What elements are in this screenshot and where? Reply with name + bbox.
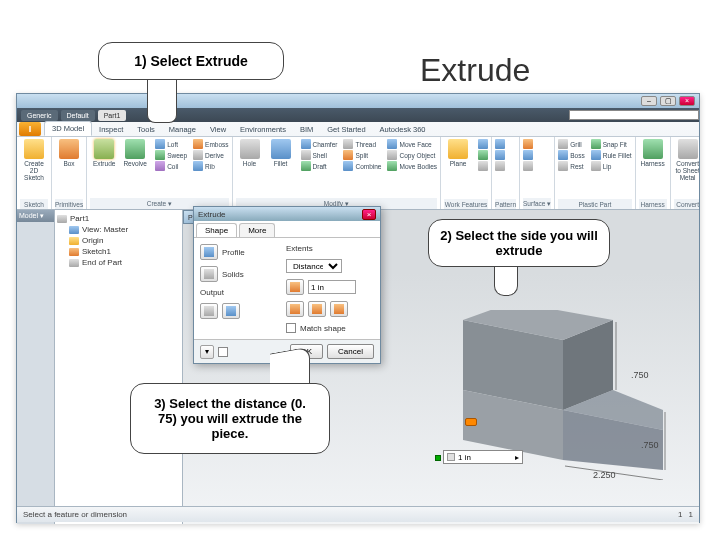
profile-select-button[interactable] bbox=[200, 244, 218, 260]
quick-pill-default[interactable]: Default bbox=[61, 110, 95, 121]
extrude-dialog: Extrude × Shape More Profile Solids Outp… bbox=[193, 206, 381, 364]
tab-bim[interactable]: BIM bbox=[293, 123, 320, 136]
ribbon-tabs: I 3D Model Inspect Tools Manage View Env… bbox=[17, 122, 699, 136]
emboss-button[interactable]: Emboss bbox=[193, 139, 228, 149]
stitch-button[interactable] bbox=[523, 139, 551, 149]
thread-button[interactable]: Thread bbox=[343, 139, 381, 149]
direction-gizmo-icon[interactable] bbox=[465, 418, 481, 430]
dialog-close-button[interactable]: × bbox=[362, 209, 376, 220]
model-panel-header[interactable]: Model ▾ bbox=[17, 210, 54, 222]
rect-pattern-button[interactable] bbox=[495, 139, 516, 149]
extents-label: Extents bbox=[286, 244, 374, 253]
direction-asym-button[interactable] bbox=[330, 301, 348, 317]
output-solid-button[interactable] bbox=[200, 303, 218, 319]
rest-button[interactable]: Rest bbox=[558, 161, 584, 171]
tab-environments[interactable]: Environments bbox=[233, 123, 293, 136]
distance-input[interactable] bbox=[308, 280, 356, 294]
copy-object-button[interactable]: Copy Object bbox=[387, 150, 437, 160]
tree-view-master[interactable]: View: Master bbox=[57, 224, 180, 235]
box-button[interactable]: Box bbox=[55, 139, 83, 167]
ribbon-group-pattern: Pattern bbox=[492, 137, 520, 209]
tree-origin[interactable]: Origin bbox=[57, 235, 180, 246]
window-maximize-button[interactable]: ▢ bbox=[660, 96, 676, 106]
direction-2-button[interactable] bbox=[286, 301, 304, 317]
rule-fillet-button[interactable]: Rule Fillet bbox=[591, 150, 632, 160]
tree-root[interactable]: Part1 bbox=[57, 213, 180, 224]
mirror-button[interactable] bbox=[495, 161, 516, 171]
tab-inspect[interactable]: Inspect bbox=[92, 123, 130, 136]
tree-end-of-part[interactable]: End of Part bbox=[57, 257, 180, 268]
box-icon bbox=[59, 139, 79, 159]
create-2d-sketch-button[interactable]: Create 2D Sketch bbox=[20, 139, 48, 181]
convert-sheet-metal-button[interactable]: Convert to Sheet Metal bbox=[674, 139, 699, 181]
direction-sym-button[interactable] bbox=[308, 301, 326, 317]
snap-fit-button[interactable]: Snap Fit bbox=[591, 139, 632, 149]
output-surface-button[interactable] bbox=[222, 303, 240, 319]
derive-icon bbox=[193, 150, 203, 160]
ribbon-group-surface: Surface ▾ bbox=[520, 137, 555, 209]
tab-manage[interactable]: Manage bbox=[162, 123, 203, 136]
revolve-button[interactable]: Revolve bbox=[121, 139, 149, 171]
ucs-button[interactable] bbox=[478, 161, 488, 171]
tab-autodesk-360[interactable]: Autodesk 360 bbox=[373, 123, 433, 136]
inline-distance-input[interactable]: 1 in ▸ bbox=[443, 450, 523, 464]
point-button[interactable] bbox=[478, 150, 488, 160]
grill-button[interactable]: Grill bbox=[558, 139, 584, 149]
circ-pattern-button[interactable] bbox=[495, 150, 516, 160]
chamfer-button[interactable]: Chamfer bbox=[301, 139, 338, 149]
tab-view[interactable]: View bbox=[203, 123, 233, 136]
sculpt-button[interactable] bbox=[523, 161, 551, 171]
split-button[interactable]: Split bbox=[343, 150, 381, 160]
dialog-preview-checkbox[interactable] bbox=[218, 347, 228, 357]
fillet-button[interactable]: Fillet bbox=[267, 139, 295, 171]
coil-button[interactable]: Coil bbox=[155, 161, 187, 171]
cancel-button[interactable]: Cancel bbox=[327, 344, 374, 359]
drag-handle[interactable] bbox=[435, 455, 441, 461]
sweep-button[interactable]: Sweep bbox=[155, 150, 187, 160]
tab-get-started[interactable]: Get Started bbox=[320, 123, 372, 136]
tab-3d-model[interactable]: 3D Model bbox=[44, 121, 92, 136]
window-close-button[interactable]: × bbox=[679, 96, 695, 106]
direction-1-button[interactable] bbox=[286, 279, 304, 295]
rib-button[interactable]: Rib bbox=[193, 161, 228, 171]
tree-sketch1[interactable]: Sketch1 bbox=[57, 246, 180, 257]
loft-button[interactable]: Loft bbox=[155, 139, 187, 149]
dialog-title-bar[interactable]: Extrude × bbox=[194, 207, 380, 221]
boss-button[interactable]: Boss bbox=[558, 150, 584, 160]
combine-button[interactable]: Combine bbox=[343, 161, 381, 171]
draft-button[interactable]: Draft bbox=[301, 161, 338, 171]
move-face-button[interactable]: Move Face bbox=[387, 139, 437, 149]
app-badge-icon[interactable]: I bbox=[19, 122, 41, 136]
plane-button[interactable]: Plane bbox=[444, 139, 472, 171]
ucs-icon bbox=[478, 161, 488, 171]
hole-button[interactable]: Hole bbox=[236, 139, 264, 171]
move-bodies-button[interactable]: Move Bodies bbox=[387, 161, 437, 171]
point-icon bbox=[478, 150, 488, 160]
window-minimize-button[interactable]: – bbox=[641, 96, 657, 106]
ribbon: I 3D Model Inspect Tools Manage View Env… bbox=[17, 122, 699, 210]
move-face-icon bbox=[387, 139, 397, 149]
derive-button[interactable]: Derive bbox=[193, 150, 228, 160]
dialog-tab-more[interactable]: More bbox=[239, 223, 275, 237]
harness-button[interactable]: Harness bbox=[639, 139, 667, 167]
shell-button[interactable]: Shell bbox=[301, 150, 338, 160]
extents-mode-select[interactable]: Distance bbox=[286, 259, 342, 273]
search-input[interactable] bbox=[569, 110, 699, 120]
extrude-button[interactable]: Extrude bbox=[90, 139, 118, 171]
solids-select-button[interactable] bbox=[200, 266, 218, 282]
dialog-expand-button[interactable]: ▾ bbox=[200, 345, 214, 359]
axis-button[interactable] bbox=[478, 139, 488, 149]
lip-button[interactable]: Lip bbox=[591, 161, 632, 171]
solids-icon bbox=[204, 269, 214, 279]
arrow-icon bbox=[204, 247, 214, 257]
quick-pill-generic[interactable]: Generic bbox=[21, 110, 58, 121]
plane-icon bbox=[448, 139, 468, 159]
quick-access-bar: Generic Default Part1 bbox=[17, 108, 699, 122]
patch-button[interactable] bbox=[523, 150, 551, 160]
tab-tools[interactable]: Tools bbox=[130, 123, 162, 136]
browser-tree: Part1 View: Master Origin Sketch1 End of… bbox=[55, 210, 183, 524]
match-shape-checkbox[interactable] bbox=[286, 323, 296, 333]
dialog-tab-shape[interactable]: Shape bbox=[196, 223, 237, 237]
group-title-convert: Convert bbox=[674, 199, 699, 209]
quick-doc-name[interactable]: Part1 bbox=[98, 110, 127, 121]
